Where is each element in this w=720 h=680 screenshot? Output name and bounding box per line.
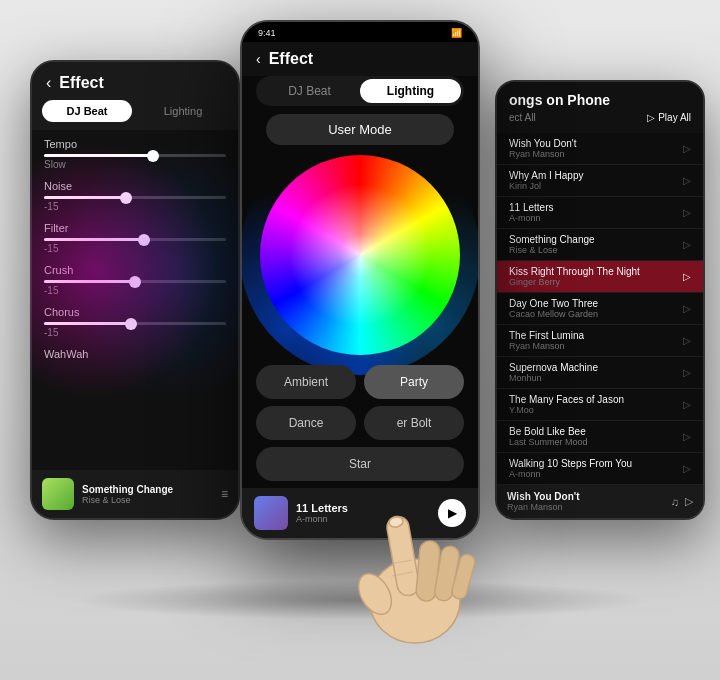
song-item-5[interactable]: Kiss Right Through The NightGinger Berry… [497, 261, 703, 293]
user-mode-button[interactable]: User Mode [266, 114, 455, 145]
lighting-btn-party[interactable]: Party [364, 365, 464, 399]
effect-label-wahwah: WahWah [44, 348, 226, 360]
lighting-btn-star[interactable]: Star [256, 447, 464, 481]
left-back-arrow[interactable]: ‹ [46, 74, 51, 92]
right-subrow: ect All ▷ Play All [509, 108, 691, 127]
left-header: ‹ Effect [32, 62, 238, 100]
song-item-11[interactable]: Walking 10 Steps From YouA-monn ▷ [497, 453, 703, 485]
song-item-9[interactable]: The Many Faces of JasonY.Moo ▷ [497, 389, 703, 421]
left-title: Effect [59, 74, 103, 92]
effect-label-crush: Crush [44, 264, 226, 276]
right-title: ongs on Phone [509, 92, 691, 108]
slider-tempo[interactable] [44, 154, 226, 157]
right-np-artist: Ryan Manson [507, 502, 665, 512]
song-item-2[interactable]: Why Am I HappyKirin Jol ▷ [497, 165, 703, 197]
lighting-row-2: Dance er Bolt [256, 406, 464, 440]
center-nowplaying: 11 Letters A-monn ▶ [242, 488, 478, 538]
lighting-btn-dance[interactable]: Dance [256, 406, 356, 440]
center-np-title: 11 Letters [296, 502, 430, 514]
effect-label-filter: Filter [44, 222, 226, 234]
center-np-info: 11 Letters A-monn [296, 502, 430, 524]
effect-label-chorus: Chorus [44, 306, 226, 318]
right-header: ongs on Phone ect All ▷ Play All [497, 82, 703, 133]
left-np-artist: Rise & Lose [82, 495, 213, 505]
effect-label-noise: Noise [44, 180, 226, 192]
slider-noise[interactable] [44, 196, 226, 199]
song-item-3[interactable]: 11 LettersA-monn ▷ [497, 197, 703, 229]
center-tab-djbeat[interactable]: DJ Beat [259, 79, 360, 103]
slider-chorus[interactable] [44, 322, 226, 325]
center-tab-lighting[interactable]: Lighting [360, 79, 461, 103]
lighting-row-3: Star [256, 447, 464, 481]
right-np-queue-icon[interactable]: ♫ [671, 496, 679, 508]
center-np-art [254, 496, 288, 530]
center-np-play-button[interactable]: ▶ [438, 499, 466, 527]
right-select-all[interactable]: ect All [509, 112, 536, 123]
center-tabs: DJ Beat Lighting [256, 76, 464, 106]
left-np-art [42, 478, 74, 510]
slider-filter[interactable] [44, 238, 226, 241]
left-np-info: Something Change Rise & Lose [82, 484, 213, 505]
center-title: Effect [269, 50, 313, 68]
right-nowplaying: Wish You Don't Ryan Manson ♫ ▷ [497, 485, 703, 518]
phone-center: 9:41 📶 ‹ Effect DJ Beat Lighting User Mo… [240, 20, 480, 540]
left-tabs: DJ Beat Lighting [32, 100, 238, 130]
center-back-arrow[interactable]: ‹ [256, 51, 261, 67]
lighting-btn-ambient[interactable]: Ambient [256, 365, 356, 399]
effect-row-noise: Noise -15 [44, 180, 226, 212]
effect-value-filter: -15 [44, 243, 226, 254]
song-list: Wish You Don'tRyan Manson ▷ Why Am I Hap… [497, 133, 703, 485]
effect-row-wahwah: WahWah [44, 348, 226, 360]
left-nowplaying: Something Change Rise & Lose ≡ [32, 470, 238, 518]
effect-value-chorus: -15 [44, 327, 226, 338]
right-np-play-icon[interactable]: ▷ [685, 495, 693, 508]
song-item-6[interactable]: Day One Two ThreeCacao Mellow Garden ▷ [497, 293, 703, 325]
left-tab-lighting[interactable]: Lighting [138, 100, 228, 122]
center-time: 9:41 [258, 28, 276, 38]
phone-right: ongs on Phone ect All ▷ Play All Wish Yo… [495, 80, 705, 520]
svg-line-7 [390, 560, 412, 564]
lighting-btn-thunderbolt[interactable]: er Bolt [364, 406, 464, 440]
center-signal: 📶 [451, 28, 462, 38]
shadow [70, 580, 650, 620]
color-wheel[interactable] [260, 155, 460, 355]
song-item-4[interactable]: Something ChangeRise & Lose ▷ [497, 229, 703, 261]
song-item-8[interactable]: Supernova MachineMonhun ▷ [497, 357, 703, 389]
right-np-info: Wish You Don't Ryan Manson [507, 491, 665, 512]
effect-row-chorus: Chorus -15 [44, 306, 226, 338]
effect-row-filter: Filter -15 [44, 222, 226, 254]
left-body: Tempo Slow Noise -15 Filter [32, 130, 238, 378]
scene: ‹ Effect DJ Beat Lighting Tempo Slow Noi… [0, 0, 720, 680]
right-np-icons: ♫ ▷ [671, 495, 693, 508]
effect-label-tempo: Tempo [44, 138, 226, 150]
phone-left: ‹ Effect DJ Beat Lighting Tempo Slow Noi… [30, 60, 240, 520]
slider-crush[interactable] [44, 280, 226, 283]
left-np-title: Something Change [82, 484, 213, 495]
lighting-row-1: Ambient Party [256, 365, 464, 399]
effect-row-tempo: Tempo Slow [44, 138, 226, 170]
left-tab-djbeat[interactable]: DJ Beat [42, 100, 132, 122]
center-statusbar: 9:41 📶 [242, 22, 478, 42]
effect-value-noise: -15 [44, 201, 226, 212]
song-item-10[interactable]: Be Bold Like BeeLast Summer Mood ▷ [497, 421, 703, 453]
color-wheel-bg [260, 155, 460, 355]
song-item-1[interactable]: Wish You Don'tRyan Manson ▷ [497, 133, 703, 165]
svg-line-8 [392, 572, 413, 576]
effect-row-crush: Crush -15 [44, 264, 226, 296]
effect-value-tempo: Slow [44, 159, 226, 170]
center-header: ‹ Effect [242, 42, 478, 76]
lighting-buttons: Ambient Party Dance er Bolt Star [242, 365, 478, 481]
song-item-7[interactable]: The First LuminaRyan Manson ▷ [497, 325, 703, 357]
right-play-all-button[interactable]: ▷ Play All [647, 112, 691, 123]
right-np-title: Wish You Don't [507, 491, 665, 502]
center-np-artist: A-monn [296, 514, 430, 524]
left-np-menu-icon[interactable]: ≡ [221, 487, 228, 501]
